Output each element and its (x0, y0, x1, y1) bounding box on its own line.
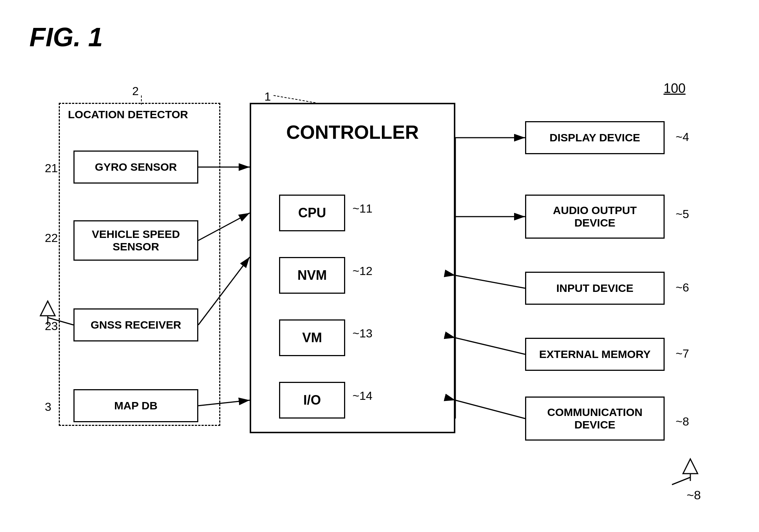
audio-number: ~5 (676, 207, 689, 221)
audio-output-device-box: AUDIO OUTPUTDEVICE (525, 195, 665, 239)
location-detector-label: LOCATION DETECTOR (68, 108, 188, 121)
svg-line-10 (455, 338, 525, 354)
vm-number: ~13 (353, 327, 372, 340)
svg-text:~8: ~8 (687, 488, 701, 502)
map-db-box: MAP DB (73, 389, 198, 422)
communication-device-box: COMMUNICATIONDEVICE (525, 397, 665, 441)
comm-number: ~8 (676, 415, 689, 428)
cpu-box: CPU (279, 195, 345, 231)
mapdb-number: 3 (45, 400, 51, 414)
extmem-number: ~7 (676, 347, 689, 361)
svg-line-18 (672, 477, 690, 485)
display-device-box: DISPLAY DEVICE (525, 121, 665, 154)
gnss-number: 23 (45, 319, 58, 333)
gnss-receiver-box: GNSS RECEIVER (73, 308, 198, 341)
external-memory-box: EXTERNAL MEMORY (525, 338, 665, 371)
figure-title: FIG. 1 (29, 22, 103, 52)
gyro-sensor-box: GYRO SENSOR (73, 151, 198, 184)
svg-line-20 (274, 95, 316, 103)
svg-marker-13 (40, 301, 55, 316)
nvm-box: NVM (279, 257, 345, 294)
io-number: ~14 (353, 389, 372, 403)
gyro-number: 21 (45, 162, 58, 175)
system-number: 100 (664, 81, 686, 96)
nvm-number: ~12 (353, 264, 372, 278)
cpu-number: ~11 (353, 202, 372, 216)
controller-number: 1 (264, 90, 271, 104)
display-number: ~4 (676, 130, 689, 144)
location-number: 2 (132, 84, 139, 98)
vm-box: VM (279, 319, 345, 356)
vspeed-number: 22 (45, 231, 58, 245)
vehicle-speed-sensor-box: VEHICLE SPEEDSENSOR (73, 220, 198, 261)
input-number: ~6 (676, 281, 689, 294)
svg-marker-16 (683, 459, 698, 474)
svg-line-11 (455, 400, 525, 419)
controller-label: CONTROLLER (268, 121, 437, 143)
input-device-box: INPUT DEVICE (525, 272, 665, 305)
io-box: I/O (279, 382, 345, 419)
svg-line-9 (455, 275, 525, 288)
